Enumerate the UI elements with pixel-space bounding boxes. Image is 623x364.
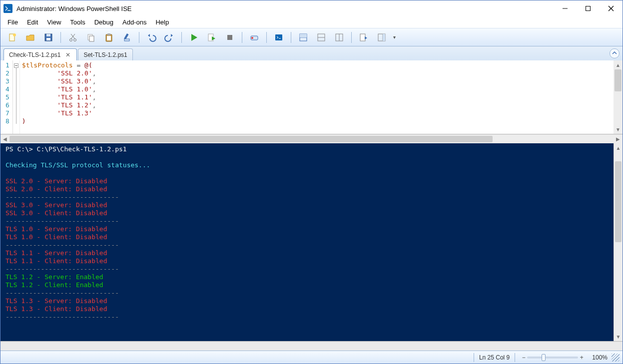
app-window: Administrator: Windows PowerShell ISE Fi… xyxy=(0,0,623,364)
svg-rect-37 xyxy=(383,34,385,41)
script-editor: 12345678 $tlsProtocols = @( 'SSL 2.0', '… xyxy=(0,60,623,134)
scroll-left-icon[interactable]: ◀ xyxy=(0,135,9,143)
zoom-level: 100% xyxy=(592,354,608,361)
scroll-down-icon[interactable]: ▼ xyxy=(614,332,623,341)
console-pane: PS C:\> C:\PS\Check-TLS-1.2.ps1 Checking… xyxy=(0,143,623,342)
zoom-in-icon[interactable]: + xyxy=(578,354,585,361)
editor-horizontal-scrollbar[interactable]: ◀ ▶ xyxy=(0,134,623,143)
svg-rect-19 xyxy=(124,33,128,39)
window-title: Administrator: Windows PowerShell ISE xyxy=(16,5,554,12)
editor-tabs: Check-TLS-1.2.ps1 ✕ Set-TLS-1.2.ps1 xyxy=(0,46,623,60)
window-controls xyxy=(554,1,623,16)
toolbar-separator xyxy=(351,32,352,43)
code-area[interactable]: $tlsProtocols = @( 'SSL 2.0', 'SSL 3.0',… xyxy=(20,60,614,134)
scroll-track[interactable] xyxy=(614,69,623,125)
cursor-position: Ln 25 Col 9 xyxy=(479,354,510,361)
scroll-thumb[interactable] xyxy=(615,161,622,242)
svg-rect-2 xyxy=(586,6,591,11)
redo-icon[interactable] xyxy=(161,30,178,44)
show-command-addon-icon[interactable] xyxy=(373,30,390,44)
open-file-icon[interactable] xyxy=(22,30,39,44)
svg-rect-18 xyxy=(107,36,111,40)
undo-icon[interactable] xyxy=(143,30,160,44)
tab-label: Check-TLS-1.2.ps1 xyxy=(9,51,60,58)
zoom-out-icon[interactable]: − xyxy=(520,354,527,361)
menu-help[interactable]: Help xyxy=(151,17,173,27)
pane-gap xyxy=(0,342,623,351)
menu-view[interactable]: View xyxy=(43,17,65,27)
maximize-button[interactable] xyxy=(577,1,600,16)
save-icon[interactable] xyxy=(40,30,57,44)
collapse-script-pane-icon[interactable] xyxy=(610,48,620,58)
scroll-up-icon[interactable]: ▲ xyxy=(614,143,623,152)
scroll-thumb[interactable] xyxy=(9,136,493,142)
svg-rect-22 xyxy=(227,35,232,40)
menubar: File Edit View Tools Debug Add-ons Help xyxy=(0,16,623,28)
console-vertical-scrollbar[interactable]: ▲ ▼ xyxy=(614,143,623,341)
paste-icon[interactable] xyxy=(100,30,117,44)
status-divider xyxy=(474,353,474,362)
zoom-knob[interactable] xyxy=(542,354,546,361)
scroll-down-icon[interactable]: ▼ xyxy=(614,125,623,134)
scroll-track[interactable] xyxy=(9,135,614,143)
menu-tools[interactable]: Tools xyxy=(66,17,89,27)
svg-point-10 xyxy=(70,38,72,41)
clear-icon[interactable] xyxy=(118,30,135,44)
toolbar-overflow-icon[interactable]: ▾ xyxy=(391,32,398,42)
svg-rect-17 xyxy=(107,33,110,35)
stop-icon[interactable] xyxy=(221,30,238,44)
svg-rect-9 xyxy=(46,34,50,36)
svg-rect-20 xyxy=(124,39,129,41)
fold-line xyxy=(16,68,16,124)
status-divider xyxy=(515,353,515,362)
scroll-up-icon[interactable]: ▲ xyxy=(614,60,623,69)
layout-script-icon[interactable] xyxy=(313,30,330,44)
remote-powershell-icon[interactable] xyxy=(270,30,287,44)
toolbar-separator xyxy=(181,32,182,43)
svg-rect-29 xyxy=(300,34,307,37)
scroll-right-icon[interactable]: ▶ xyxy=(614,135,623,143)
show-command-icon[interactable] xyxy=(355,30,372,44)
console-output[interactable]: PS C:\> C:\PS\Check-TLS-1.2.ps1 Checking… xyxy=(0,143,614,341)
breakpoint-icon[interactable] xyxy=(246,30,263,44)
editor-vertical-scrollbar[interactable]: ▲ ▼ xyxy=(614,60,623,134)
toolbar-separator xyxy=(242,32,242,43)
layout-both-icon[interactable] xyxy=(295,30,312,44)
toolbar-separator xyxy=(139,32,139,43)
svg-point-6 xyxy=(13,33,16,36)
copy-icon[interactable] xyxy=(82,30,99,44)
svg-rect-34 xyxy=(360,34,365,41)
svg-rect-15 xyxy=(89,36,94,41)
svg-point-11 xyxy=(74,38,76,41)
tab-check-tls[interactable]: Check-TLS-1.2.ps1 ✕ xyxy=(3,48,77,60)
zoom-track[interactable] xyxy=(527,357,578,359)
svg-rect-8 xyxy=(46,38,50,40)
run-selection-icon[interactable] xyxy=(203,30,220,44)
svg-point-24 xyxy=(251,37,253,39)
fold-gutter[interactable] xyxy=(13,60,20,134)
tab-set-tls[interactable]: Set-TLS-1.2.ps1 xyxy=(78,48,132,60)
menu-edit[interactable]: Edit xyxy=(23,17,42,27)
menu-file[interactable]: File xyxy=(3,17,22,27)
toolbar-separator xyxy=(266,32,267,43)
scroll-thumb[interactable] xyxy=(615,69,622,91)
resize-grip-icon[interactable] xyxy=(612,354,620,362)
zoom-slider[interactable]: − + xyxy=(520,354,585,361)
tab-close-icon[interactable]: ✕ xyxy=(64,51,71,58)
titlebar[interactable]: Administrator: Windows PowerShell ISE xyxy=(0,0,623,16)
toolbar-separator xyxy=(60,32,61,43)
scroll-track[interactable] xyxy=(614,152,623,332)
line-number-gutter: 12345678 xyxy=(0,60,13,134)
minimize-button[interactable] xyxy=(554,1,577,16)
cut-icon[interactable] xyxy=(64,30,81,44)
svg-rect-25 xyxy=(275,34,282,40)
menu-addons[interactable]: Add-ons xyxy=(118,17,150,27)
close-button[interactable] xyxy=(600,1,623,16)
tab-label: Set-TLS-1.2.ps1 xyxy=(83,51,127,58)
layout-console-icon[interactable] xyxy=(331,30,348,44)
menu-debug[interactable]: Debug xyxy=(90,17,117,27)
fold-toggle-icon[interactable] xyxy=(14,63,18,68)
new-file-icon[interactable] xyxy=(4,30,21,44)
run-script-icon[interactable] xyxy=(185,30,202,44)
toolbar-separator xyxy=(291,32,291,43)
